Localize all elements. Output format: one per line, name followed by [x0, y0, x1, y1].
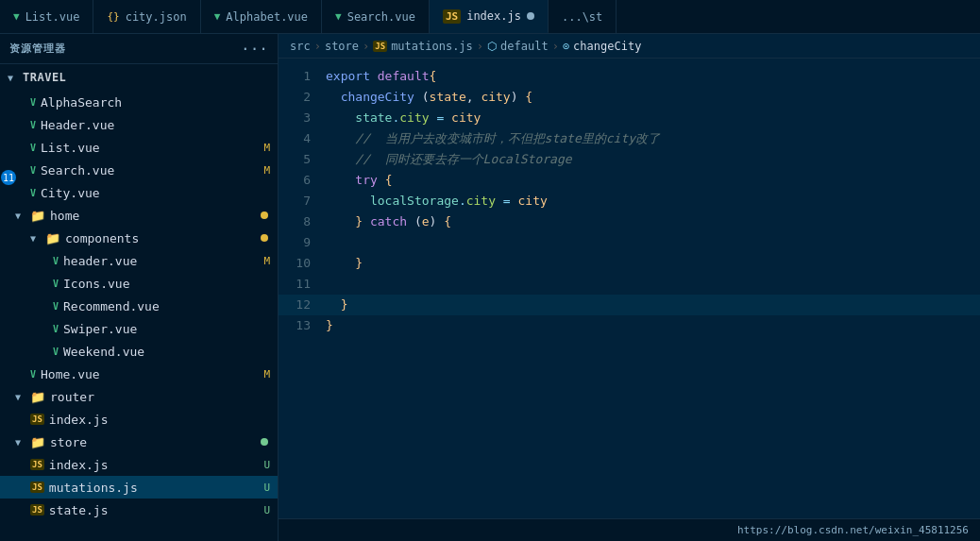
notification-badge: 11 [1, 170, 16, 185]
js-icon: JS [30, 504, 44, 516]
vue-icon: ▼ [13, 10, 20, 23]
chevron-down-icon: ▼ [15, 392, 30, 402]
tab-more[interactable]: ...\st [549, 0, 617, 33]
breadcrumb-func: changeCity [573, 40, 641, 53]
sidebar-more-button[interactable]: ··· [241, 40, 268, 58]
status-bar: https://blog.csdn.net/weixin_45811256 [279, 518, 980, 541]
line-number: 7 [279, 191, 326, 211]
tab-label: index.js [466, 9, 521, 23]
breadcrumb-sep: › [477, 40, 483, 53]
code-line-5: 5 // 同时还要去存一个LocalStorage [279, 149, 980, 170]
code-line-4: 4 // 当用户去改变城市时，不但把state里的city改了 [279, 128, 980, 149]
line-content [326, 274, 980, 295]
line-content: changeCity (state, city) { [326, 87, 980, 108]
modified-badge: M [263, 255, 270, 267]
file-label: Swiper.vue [63, 322, 278, 336]
file-label: Icons.vue [63, 277, 278, 291]
breadcrumb-src: src [290, 40, 311, 53]
code-line-3: 3 state.city = city [279, 108, 980, 128]
line-content: } [326, 315, 980, 336]
code-line-2: 2 changeCity (state, city) { [279, 87, 980, 108]
list-item-mutations[interactable]: JS mutations.js U [0, 476, 278, 499]
status-dot [261, 438, 268, 446]
file-label: City.vue [41, 186, 278, 200]
code-line-6: 6 try { [279, 170, 980, 191]
breadcrumb-sep: › [314, 40, 321, 53]
folder-home[interactable]: ▼ 📁 home [0, 204, 278, 227]
vue-icon: V [53, 347, 59, 357]
list-item[interactable]: V Search.vue M [0, 159, 278, 181]
breadcrumb-bracket: ⬡ [487, 40, 497, 53]
line-content: } [326, 295, 980, 315]
code-line-9: 9 [279, 232, 980, 253]
list-item[interactable]: V Swiper.vue [0, 317, 278, 340]
list-item[interactable]: V List.vue M [0, 136, 278, 159]
modified-badge: M [263, 368, 270, 380]
line-content: export default{ [326, 66, 980, 87]
list-item[interactable]: V City.vue [0, 181, 278, 204]
list-item[interactable]: V Header.vue [0, 113, 278, 136]
list-item[interactable]: JS state.js U [0, 499, 278, 521]
list-item[interactable]: V Icons.vue [0, 272, 278, 295]
vue-icon: V [30, 120, 36, 130]
line-number: 2 [279, 87, 326, 108]
tab-index-js[interactable]: JS index.js [430, 0, 549, 33]
modified-badge: M [263, 164, 270, 177]
code-line-7: 7 localStorage.city = city [279, 191, 980, 211]
line-number: 6 [279, 170, 326, 191]
file-label: Recommend.vue [63, 299, 278, 313]
folder-store[interactable]: ▼ 📁 store [0, 431, 278, 453]
tab-city-json[interactable]: {} city.json [93, 0, 200, 33]
list-item[interactable]: V header.vue M [0, 249, 278, 272]
modified-dot [527, 12, 534, 20]
folder-label: home [50, 209, 261, 223]
list-item[interactable]: V Home.vue M [0, 363, 278, 385]
status-url: https://blog.csdn.net/weixin_45811256 [737, 524, 969, 536]
file-label: Home.vue [41, 367, 263, 381]
tab-alphabet-vue[interactable]: ▼ Alphabet.vue [201, 0, 322, 33]
file-label: state.js [49, 503, 264, 517]
sidebar: 资源管理器 ··· ▼ TRAVEL V AlphaSearch V Heade… [0, 34, 279, 541]
folder-components[interactable]: ▼ 📁 components [0, 227, 278, 249]
section-travel[interactable]: ▼ TRAVEL [0, 64, 278, 91]
line-content: // 当用户去改变城市时，不但把state里的city改了 [326, 128, 980, 149]
list-item[interactable]: V Recommend.vue [0, 295, 278, 317]
code-line-11: 11 [279, 274, 980, 295]
breadcrumb-default: default [500, 40, 549, 53]
code-line-12: 12 } [279, 295, 980, 315]
tab-list-vue[interactable]: ▼ List.vue [0, 0, 93, 33]
line-content [326, 232, 980, 253]
file-label: List.vue [41, 141, 263, 155]
list-item[interactable]: V Weekend.vue [0, 340, 278, 363]
list-item[interactable]: JS index.js [0, 408, 278, 431]
line-number: 10 [279, 253, 326, 274]
untracked-badge: U [263, 459, 270, 471]
code-line-1: 1 export default{ [279, 66, 980, 87]
list-item[interactable]: JS index.js U [0, 453, 278, 476]
line-number: 11 [279, 274, 326, 295]
tab-label: city.json [126, 10, 187, 24]
vue-icon: V [30, 143, 36, 153]
sidebar-header: 资源管理器 ··· [0, 34, 278, 64]
file-label: index.js [49, 413, 278, 427]
tab-label: Alphabet.vue [226, 10, 308, 24]
tab-label: ...\st [562, 10, 602, 24]
line-content: } catch (e) { [326, 211, 980, 232]
js-icon: JS [30, 459, 44, 470]
tab-label: Search.vue [347, 10, 415, 24]
line-number: 12 [279, 295, 326, 315]
vue-icon: ▼ [335, 10, 342, 23]
file-label: mutations.js [49, 481, 264, 495]
folder-router[interactable]: ▼ 📁 router [0, 385, 278, 408]
breadcrumb-store: store [325, 40, 359, 53]
code-editor[interactable]: 1 export default{ 2 changeCity (state, c… [279, 59, 980, 518]
folder-label: router [50, 390, 278, 404]
tab-search-vue[interactable]: ▼ Search.vue [322, 0, 430, 33]
file-label: Header.vue [41, 118, 278, 132]
code-line-13: 13 } [279, 315, 980, 336]
list-item[interactable]: V AlphaSearch [0, 91, 278, 113]
line-number: 1 [279, 66, 326, 87]
file-label: Search.vue [41, 163, 263, 178]
status-dot [261, 234, 268, 242]
folder-label: components [65, 231, 261, 245]
